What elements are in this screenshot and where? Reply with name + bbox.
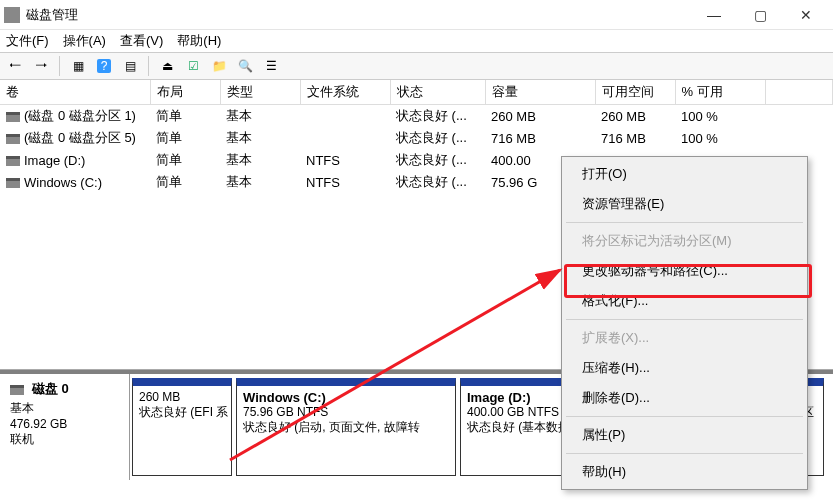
menu-item: 将分区标记为活动分区(M) [564,226,805,256]
close-button[interactable]: ✕ [783,1,829,29]
menu-separator [566,222,803,223]
col-capacity[interactable]: 容量 [485,80,595,105]
disk-state: 联机 [10,431,119,448]
disk-summary[interactable]: 磁盘 0 基本 476.92 GB 联机 [0,374,130,480]
col-type[interactable]: 类型 [220,80,300,105]
menu-item[interactable]: 属性(P) [564,420,805,450]
menu-item[interactable]: 打开(O) [564,159,805,189]
volume-icon [6,134,20,144]
menu-item: 扩展卷(X)... [564,323,805,353]
context-menu: 打开(O)资源管理器(E)将分区标记为活动分区(M)更改驱动器号和路径(C)..… [561,156,808,490]
menu-help[interactable]: 帮助(H) [177,32,221,50]
minimize-button[interactable]: — [691,1,737,29]
menu-separator [566,453,803,454]
col-layout[interactable]: 布局 [150,80,220,105]
menu-view[interactable]: 查看(V) [120,32,163,50]
app-icon [4,7,20,23]
menu-item[interactable]: 更改驱动器号和路径(C)... [564,256,805,286]
maximize-button[interactable]: ▢ [737,1,783,29]
menu-item[interactable]: 压缩卷(H)... [564,353,805,383]
menu-item[interactable]: 格式化(F)... [564,286,805,316]
menu-separator [566,319,803,320]
col-fs[interactable]: 文件系统 [300,80,390,105]
list-icon[interactable]: ☰ [260,55,282,77]
volume-icon [6,178,20,188]
column-headers: 卷 布局 类型 文件系统 状态 容量 可用空间 % 可用 [0,80,833,105]
eject-icon[interactable]: ⏏ [156,55,178,77]
properties-icon[interactable]: ☑ [182,55,204,77]
table-icon[interactable]: ▦ [67,55,89,77]
partition-box[interactable]: 260 MB状态良好 (EFI 系 [132,378,232,476]
titlebar: 磁盘管理 — ▢ ✕ [0,0,833,30]
help-icon[interactable]: ? [93,55,115,77]
toolbar: ⭠ ⭢ ▦ ? ▤ ⏏ ☑ 📁 🔍 ☰ [0,52,833,80]
disk-icon [10,385,24,395]
partition-box[interactable]: Windows (C:)75.96 GB NTFS状态良好 (启动, 页面文件,… [236,378,456,476]
disk-size: 476.92 GB [10,417,119,431]
col-free[interactable]: 可用空间 [595,80,675,105]
window-title: 磁盘管理 [26,6,691,24]
disk-kind: 基本 [10,400,119,417]
disk-name: 磁盘 0 [32,380,69,398]
menu-separator [566,416,803,417]
col-pct[interactable]: % 可用 [675,80,765,105]
col-volume[interactable]: 卷 [0,80,150,105]
separator [148,56,149,76]
folder-up-icon[interactable]: 📁 [208,55,230,77]
table-row[interactable]: (磁盘 0 磁盘分区 1) 简单基本状态良好 (... 260 MB260 MB… [0,105,833,128]
col-status[interactable]: 状态 [390,80,485,105]
forward-icon[interactable]: ⭢ [30,55,52,77]
menu-item[interactable]: 帮助(H) [564,457,805,487]
menu-action[interactable]: 操作(A) [63,32,106,50]
menu-item[interactable]: 删除卷(D)... [564,383,805,413]
folder-search-icon[interactable]: 🔍 [234,55,256,77]
col-blank [765,80,833,105]
refresh-icon[interactable]: ▤ [119,55,141,77]
separator [59,56,60,76]
volume-icon [6,156,20,166]
menu-file[interactable]: 文件(F) [6,32,49,50]
back-icon[interactable]: ⭠ [4,55,26,77]
volume-icon [6,112,20,122]
table-row[interactable]: (磁盘 0 磁盘分区 5) 简单基本状态良好 (... 716 MB716 MB… [0,127,833,149]
menubar: 文件(F) 操作(A) 查看(V) 帮助(H) [0,30,833,52]
menu-item[interactable]: 资源管理器(E) [564,189,805,219]
